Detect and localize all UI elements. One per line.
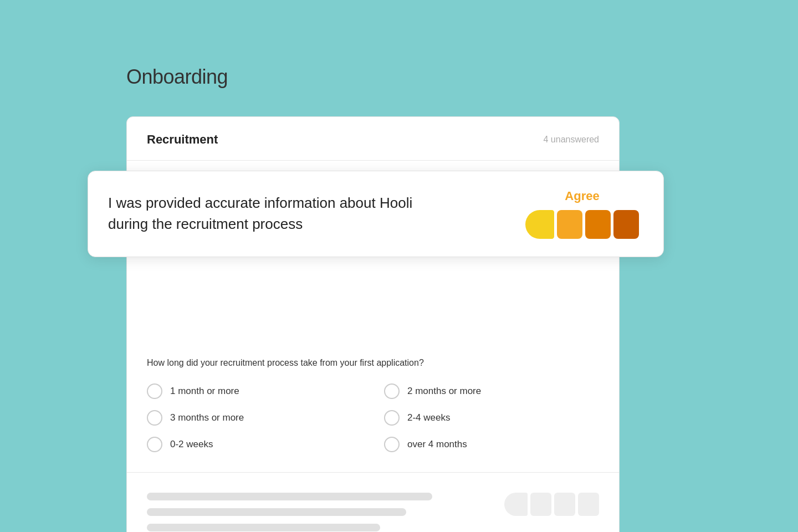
skeleton-lines	[147, 493, 471, 531]
radio-circle[interactable]	[147, 383, 162, 399]
radio-option-2-4-weeks[interactable]: 2-4 weeks	[384, 410, 599, 426]
rating-bars[interactable]	[525, 210, 639, 239]
floating-question-text: I was provided accurate information abou…	[108, 193, 441, 234]
card-title: Recruitment	[147, 132, 218, 147]
rating-section: Agree	[525, 189, 639, 239]
radio-option-3-months[interactable]: 3 months or more	[147, 410, 362, 426]
radio-circle[interactable]	[147, 410, 162, 426]
rating-bar-4[interactable]	[613, 210, 639, 239]
skeleton-bar-3	[554, 493, 575, 516]
page-title: Onboarding	[126, 65, 228, 89]
rating-bar-3[interactable]	[585, 210, 611, 239]
rating-label: Agree	[565, 189, 599, 203]
radio-circle[interactable]	[384, 383, 400, 399]
radio-option-2-months[interactable]: 2 months or more	[384, 383, 599, 399]
card-header: Recruitment 4 unanswered	[127, 117, 619, 161]
skeleton-line-2	[147, 508, 406, 516]
radio-label-3-months: 3 months or more	[170, 412, 244, 423]
skeleton-bar-2	[530, 493, 551, 516]
skeleton-line-1	[147, 493, 432, 500]
rating-bar-1[interactable]	[525, 210, 554, 239]
radio-label-1-month: 1 month or more	[170, 386, 239, 397]
skeleton-line-3	[147, 524, 380, 531]
rating-bar-2[interactable]	[557, 210, 582, 239]
radio-label-over-4-months: over 4 months	[407, 439, 467, 450]
radio-label-2-months: 2 months or more	[407, 386, 481, 397]
radio-label-2-4-weeks: 2-4 weeks	[407, 412, 450, 423]
unanswered-badge: 4 unanswered	[543, 135, 599, 145]
radio-circle[interactable]	[384, 437, 400, 452]
skeleton-section	[127, 473, 619, 532]
radio-option-0-2-weeks[interactable]: 0-2 weeks	[147, 437, 362, 452]
radio-option-over-4-months[interactable]: over 4 months	[384, 437, 599, 452]
skeleton-rating-bars	[504, 493, 599, 516]
radio-label-0-2-weeks: 0-2 weeks	[170, 439, 213, 450]
radio-question-text: How long did your recruitment process ta…	[147, 358, 599, 368]
radio-circle[interactable]	[147, 437, 162, 452]
radio-circle[interactable]	[384, 410, 400, 426]
radio-option-1-month[interactable]: 1 month or more	[147, 383, 362, 399]
skeleton-bar-1	[504, 493, 528, 516]
skeleton-bar-4	[578, 493, 599, 516]
radio-question-section: How long did your recruitment process ta…	[127, 338, 619, 473]
floating-question-card: I was provided accurate information abou…	[88, 171, 664, 257]
radio-options-grid: 1 month or more 2 months or more 3 month…	[147, 383, 599, 452]
